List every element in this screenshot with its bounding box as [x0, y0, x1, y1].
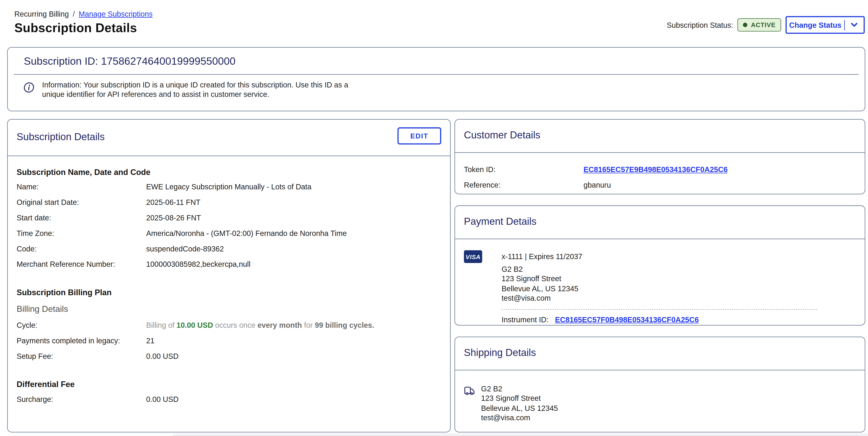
field-label: Reference:	[464, 180, 584, 190]
field-value: 0.00 USD	[146, 395, 178, 404]
info-text-line: unique identifier for API references and…	[42, 90, 348, 99]
field-label: Start date:	[17, 213, 146, 223]
subscription-id-card: Subscription ID: 17586274640019999550000…	[7, 47, 865, 111]
payment-details-header: Payment Details	[455, 206, 865, 228]
card-brand-column: VISA	[464, 250, 501, 324]
breadcrumb-separator: /	[72, 10, 75, 19]
status-badge: ACTIVE	[738, 19, 781, 32]
breadcrumb-link-manage-subscriptions[interactable]: Manage Subscriptions	[79, 10, 153, 19]
field-row-name: Name: EWE Legacy Subscription Manually -…	[17, 182, 441, 191]
field-value: America/Noronha - (GMT-02:00) Fernando d…	[146, 229, 347, 238]
field-label: Surcharge:	[17, 395, 146, 404]
info-message: Information: Your subscription ID is a u…	[14, 81, 859, 99]
field-value: 21	[146, 336, 154, 345]
section-title-differential-fee: Differential Fee	[17, 380, 441, 389]
subscription-status-bar: Subscription Status: ACTIVE Change Statu…	[666, 16, 865, 34]
field-row-setup-fee: Setup Fee: 0.00 USD	[17, 352, 441, 361]
chevron-down-icon[interactable]	[845, 21, 864, 29]
field-label: Token ID:	[464, 165, 584, 175]
field-label: Time Zone:	[17, 229, 146, 238]
address-line: test@visa.com	[501, 294, 856, 303]
field-row-token-id: Token ID: EC8165EC57E9B498E0534136CF0A25…	[464, 165, 856, 175]
field-row-time-zone: Time Zone: America/Noronha - (GMT-02:00)…	[17, 229, 441, 238]
customer-details-header: Customer Details	[455, 120, 865, 141]
field-label: Merchant Reference Number:	[17, 260, 146, 269]
field-label: Cycle:	[17, 320, 146, 330]
payment-card-block: VISA x-1111 | Expires 11/2037 G2 B2 123 …	[464, 246, 856, 324]
customer-details-body: Token ID: EC8165EC57E9B498E0534136CF0A25…	[455, 153, 865, 190]
subscription-details-heading: Subscription Details	[17, 131, 105, 143]
change-status-label: Change Status	[787, 21, 844, 29]
billing-address: G2 B2 123 Signoff Street Bellevue AL, US…	[501, 264, 856, 303]
subscription-details-body: Subscription Name, Date and Code Name: E…	[8, 156, 450, 404]
address-line: G2 B2	[501, 264, 856, 274]
address-line: G2 B2	[481, 384, 558, 394]
field-row-code: Code: suspendedCode-89362	[17, 244, 441, 254]
bottom-shadow	[173, 433, 868, 436]
payment-details-body: VISA x-1111 | Expires 11/2037 G2 B2 123 …	[455, 239, 865, 324]
field-row-start-date: Start date: 2025-08-26 FNT	[17, 213, 441, 223]
payment-details-heading: Payment Details	[464, 216, 536, 227]
page-title: Subscription Details	[14, 21, 153, 35]
customer-details-panel: Customer Details Token ID: EC8165EC57E9B…	[455, 119, 865, 194]
address-line: Bellevue AL, US 12345	[501, 284, 856, 293]
info-icon	[24, 82, 35, 93]
info-text: Information: Your subscription ID is a u…	[42, 81, 348, 99]
field-value: 2025-08-26 FNT	[146, 213, 201, 223]
field-value: suspendedCode-89362	[146, 244, 224, 254]
subscription-id-title: Subscription ID: 17586274640019999550000	[14, 55, 859, 68]
field-label: Original start Date:	[17, 198, 146, 207]
right-column: Customer Details Token ID: EC8165EC57E9B…	[455, 119, 865, 432]
field-label: Payments completed in legacy:	[17, 336, 146, 345]
cycle-frequency: every month	[257, 321, 302, 330]
page: Recurring Billing / Manage Subscriptions…	[0, 0, 868, 436]
field-row-merchant-reference: Merchant Reference Number: 1000003085982…	[17, 260, 441, 269]
edit-button[interactable]: EDIT	[398, 127, 441, 144]
field-label: Code:	[17, 244, 146, 254]
shipping-address-block: G2 B2 123 Signoff Street Bellevue AL, US…	[464, 377, 856, 423]
subscription-details-header: Subscription Details EDIT	[8, 120, 450, 145]
field-row-surcharge: Surcharge: 0.00 USD	[17, 395, 441, 404]
cycle-sentence: Billing of 10.00 USD occurs once every m…	[146, 320, 374, 330]
status-badge-text: ACTIVE	[751, 22, 776, 28]
shipping-details-heading: Shipping Details	[464, 347, 536, 359]
field-value: gbanuru	[584, 180, 611, 190]
field-value: 1000003085982,beckercpa,null	[146, 260, 250, 269]
truck-icon	[464, 385, 475, 397]
info-text-line: Information: Your subscription ID is a u…	[42, 81, 348, 90]
subscription-status-label: Subscription Status:	[666, 21, 733, 29]
address-line: test@visa.com	[481, 413, 558, 423]
address-line: 123 Signoff Street	[481, 394, 558, 403]
main-content: Subscription Details EDIT Subscription N…	[0, 111, 868, 433]
subscription-details-panel: Subscription Details EDIT Subscription N…	[7, 119, 451, 432]
topbar: Recurring Billing / Manage Subscriptions…	[0, 0, 868, 35]
dotted-divider	[501, 309, 817, 310]
cycle-text: Billing of	[146, 321, 177, 330]
field-value: 2025-06-11 FNT	[146, 198, 200, 207]
instrument-id-label: Instrument ID:	[501, 315, 549, 323]
card-number-expiry: x-1111 | Expires 11/2037	[501, 250, 856, 263]
shipping-details-header: Shipping Details	[455, 337, 865, 359]
field-row-reference: Reference: gbanuru	[464, 180, 856, 190]
section-title-name-date-code: Subscription Name, Date and Code	[17, 168, 441, 177]
field-value: 0.00 USD	[146, 352, 178, 361]
shipping-details-body: G2 B2 123 Signoff Street Bellevue AL, US…	[455, 370, 865, 423]
billing-details-subtitle: Billing Details	[17, 304, 441, 314]
field-row-cycle: Cycle: Billing of 10.00 USD occurs once …	[17, 320, 441, 330]
address-line: 123 Signoff Street	[501, 274, 856, 284]
instrument-id-link[interactable]: EC8165EC57F0B498E0534136CF0A25C6	[555, 315, 699, 323]
field-row-payments-completed: Payments completed in legacy: 21	[17, 336, 441, 345]
breadcrumb: Recurring Billing / Manage Subscriptions	[14, 10, 153, 19]
token-id-link[interactable]: EC8165EC57E9B498E0534136CF0A25C6	[584, 165, 727, 175]
cycle-duration: 99 billing cycles.	[315, 321, 374, 330]
customer-details-heading: Customer Details	[464, 129, 540, 141]
payment-details-panel: Payment Details VISA x-1111 | Expires 11…	[455, 205, 865, 325]
shipping-details-panel: Shipping Details	[455, 337, 865, 432]
visa-logo-icon: VISA	[464, 250, 482, 263]
instrument-id-row: Instrument ID: EC8165EC57F0B498E0534136C…	[501, 315, 856, 324]
address-line: Bellevue AL, US 12345	[481, 403, 558, 413]
shipping-address: G2 B2 123 Signoff Street Bellevue AL, US…	[481, 384, 558, 423]
change-status-button[interactable]: Change Status	[785, 16, 865, 34]
breadcrumb-section: Recurring Billing	[14, 10, 69, 19]
status-dot-icon	[743, 23, 747, 27]
